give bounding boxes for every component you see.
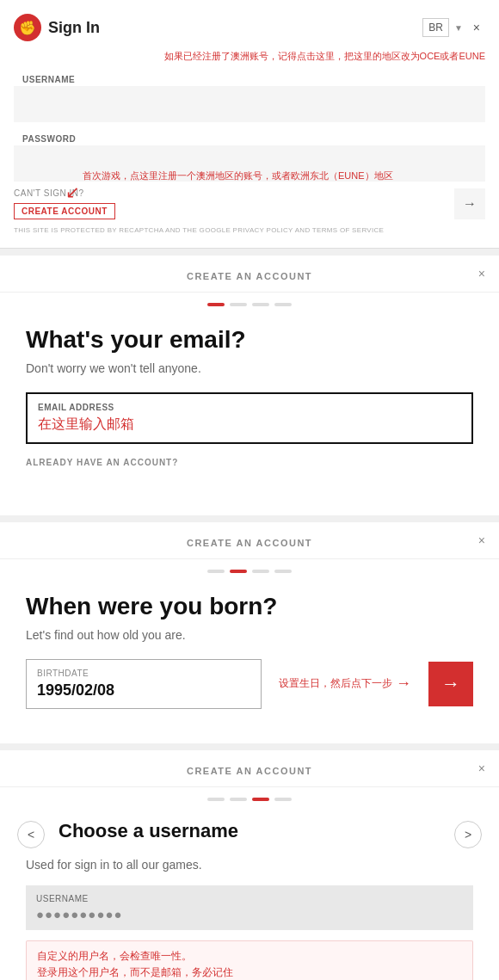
signin-title: Sign In — [48, 19, 100, 37]
signin-top-right: BR ▼ × — [422, 18, 485, 37]
cant-sign-area: CAN'T SIGN IN? CREATE ACCOUNT 首次游戏，点这里注册… — [14, 188, 485, 219]
birthdate-annotation-area: 设置生日，然后点下一步 → — [279, 675, 411, 693]
cant-sign-text: CAN'T SIGN IN? — [14, 188, 115, 198]
progress-dot-3 — [252, 303, 269, 306]
username-annotation-box: 自定义的用户名，会检查唯一性。 登录用这个用户名，而不是邮箱，务必记住 — [26, 940, 473, 980]
email-subtitle: Don't worry we won't tell anyone. — [26, 361, 473, 375]
email-section-close-button[interactable]: × — [478, 267, 485, 280]
create-account-small-button[interactable]: CREATE ACCOUNT — [14, 203, 115, 219]
email-progress-dots — [0, 293, 499, 317]
username-nav-right-button[interactable]: > — [454, 821, 482, 848]
birthdate-value: 1995/02/08 — [37, 681, 250, 700]
username-nav-left-button[interactable]: < — [17, 821, 45, 848]
username-section-title: CREATE AN ACCOUNT — [187, 766, 312, 776]
email-big-title: What's your email? — [26, 325, 473, 354]
birthdate-big-title: When were you born? — [26, 592, 473, 621]
email-input-placeholder[interactable]: 在这里输入邮箱 — [38, 416, 461, 434]
progress-dot-1 — [207, 303, 225, 306]
email-section-header: CREATE AN ACCOUNT × — [0, 256, 499, 293]
username-progress-dots — [0, 787, 499, 811]
username-masked-value: ●●●●●●●●●● — [36, 907, 463, 921]
password-label: PASSWORD — [14, 129, 485, 145]
birthdate-progress-dots — [0, 559, 499, 583]
dropdown-icon: ▼ — [454, 23, 463, 33]
birthdate-subtitle: Let's find out how old you are. — [26, 628, 473, 642]
birthdate-main-content: When were you born? Let's find out how o… — [0, 583, 499, 726]
username-progress-dot-4 — [274, 798, 292, 801]
username-section-header: CREATE AN ACCOUNT × — [0, 750, 499, 787]
username-section-close-button[interactable]: × — [478, 761, 485, 775]
email-main-content: What's your email? Don't worry we won't … — [0, 317, 499, 498]
username-progress-dot-3 — [252, 798, 269, 801]
username-label: USERNAME — [14, 70, 485, 86]
birthdate-input-row: BIRTHDATE 1995/02/08 设置生日，然后点下一步 → → — [26, 659, 473, 709]
signin-section: ✊ Sign In BR ▼ × 如果已经注册了澳洲账号，记得点击这里，把这里的… — [0, 0, 499, 249]
create-account-birthdate-section: CREATE AN ACCOUNT × When were you born? … — [0, 522, 499, 743]
birthdate-progress-dot-2 — [230, 570, 247, 573]
create-account-username-section: CREATE AN ACCOUNT × < Choose a username … — [0, 750, 499, 980]
username-field-group: USERNAME — [14, 70, 485, 122]
username-annotation-line1: 自定义的用户名，会检查唯一性。 — [37, 948, 462, 965]
username-input-box[interactable]: USERNAME ●●●●●●●●●● — [26, 885, 473, 930]
privacy-text: THIS SITE IS PROTECTED BY RECAPTCHA AND … — [14, 226, 485, 234]
birthdate-section-title: CREATE AN ACCOUNT — [187, 538, 312, 548]
username-input-label: USERNAME — [36, 894, 463, 903]
birthdate-annotation-arrow: → — [396, 675, 411, 693]
email-input-box: EMAIL ADDRESS 在这里输入邮箱 — [26, 392, 473, 444]
birthdate-annotation-text: 设置生日，然后点下一步 → — [279, 675, 411, 693]
annotation-region-text: 如果已经注册了澳洲账号，记得点击这里，把这里的地区改为OCE或者EUNE — [14, 50, 485, 63]
username-input[interactable] — [14, 86, 485, 122]
username-annotation-line2: 登录用这个用户名，而不是邮箱，务必记住 — [37, 965, 462, 980]
birthdate-input-box[interactable]: BIRTHDATE 1995/02/08 — [26, 659, 262, 709]
username-main-content: Used for sign in to all our games. USERN… — [0, 858, 499, 980]
already-have-account-text: ALREADY HAVE AN ACCOUNT? — [26, 458, 473, 467]
annotation-create-arrow: ↙ — [65, 182, 80, 202]
username-progress-dot-2 — [230, 798, 247, 801]
signin-close-button[interactable]: × — [468, 19, 485, 36]
birthdate-section-header: CREATE AN ACCOUNT × — [0, 522, 499, 559]
region-button[interactable]: BR — [422, 18, 449, 37]
username-progress-dot-1 — [207, 798, 225, 801]
signin-logo-area: ✊ Sign In — [14, 14, 100, 41]
username-content: Choose a username — [45, 820, 454, 849]
email-section-title: CREATE AN ACCOUNT — [187, 271, 312, 281]
progress-dot-2 — [230, 303, 247, 306]
birthdate-progress-dot-1 — [207, 570, 225, 573]
signin-arrow-button[interactable]: → — [454, 188, 485, 219]
annotation-create-text: 首次游戏，点这里注册一个澳洲地区的账号，或者欧洲东北（EUNE）地区 — [83, 169, 393, 182]
create-account-email-section: CREATE AN ACCOUNT × What's your email? D… — [0, 256, 499, 515]
username-big-title: Choose a username — [59, 820, 440, 842]
progress-dot-4 — [274, 303, 292, 306]
email-input-label: EMAIL ADDRESS — [38, 403, 461, 412]
birthdate-next-button[interactable]: → — [428, 662, 473, 706]
username-subtitle: Used for sign in to all our games. — [26, 858, 473, 872]
birthdate-progress-dot-4 — [274, 570, 292, 573]
birthdate-progress-dot-3 — [252, 570, 269, 573]
birthdate-section-close-button[interactable]: × — [478, 533, 485, 547]
birthdate-input-label: BIRTHDATE — [37, 669, 250, 678]
riot-logo-icon: ✊ — [14, 14, 41, 41]
username-nav-row: < Choose a username > — [0, 811, 499, 858]
